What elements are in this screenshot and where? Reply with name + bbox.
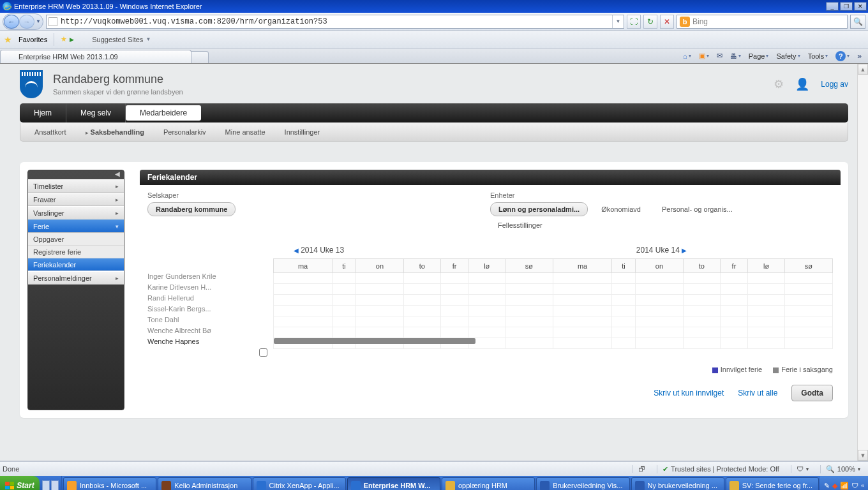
- taskbar-button[interactable]: Citrix XenApp - Appli...: [253, 477, 346, 490]
- company-pill[interactable]: Randaberg kommune: [147, 202, 236, 216]
- week-nav: ◀ 2014 Uke 13 2014 Uke 14 ▶: [147, 246, 833, 255]
- page-menu[interactable]: Page▾: [746, 51, 772, 61]
- vertical-scrollbar[interactable]: ▲ ▼: [857, 64, 868, 461]
- home-button[interactable]: ⌂▾: [680, 51, 694, 61]
- scroll-up-arrow[interactable]: ▲: [858, 64, 868, 75]
- address-bar[interactable]: ▼: [46, 15, 624, 29]
- user-icon[interactable]: 👤: [795, 77, 809, 91]
- protected-mode-icon[interactable]: 🛡: [797, 465, 804, 473]
- subnav-archive[interactable]: Personalarkiv: [163, 128, 206, 136]
- restore-button[interactable]: ❐: [840, 2, 853, 11]
- week-left-label: 2014 Uke 13: [301, 246, 344, 255]
- taskbar-button[interactable]: Enterprise HRM W...: [347, 477, 440, 490]
- side-oppgaver[interactable]: Oppgaver: [28, 233, 124, 246]
- browser-tab-row: Enterprise HRM Web 2013.1.09 ⌂▾ ▣▾ ✉ 🖶▾ …: [0, 48, 868, 64]
- tray-icon[interactable]: 🛡: [851, 482, 858, 489]
- unit-pill-3[interactable]: Personal- og organis...: [654, 203, 740, 216]
- employee-row[interactable]: Wenche Albrecht Bø: [147, 327, 259, 338]
- unit-pill-4[interactable]: Fellesstillinger: [490, 219, 550, 232]
- minimize-button[interactable]: _: [826, 2, 839, 11]
- subnav-settings[interactable]: Innstillinger: [285, 128, 320, 136]
- system-tray[interactable]: ✎ ◆ 📶 🛡 «: [820, 476, 868, 490]
- browser-tab[interactable]: Enterprise HRM Web 2013.1.09: [0, 50, 191, 63]
- favorites-star-icon[interactable]: ★: [4, 34, 12, 45]
- search-button[interactable]: 🔍: [850, 15, 865, 29]
- favorites-label[interactable]: Favorites: [19, 36, 47, 43]
- employee-row[interactable]: Tone Dahl: [147, 316, 259, 327]
- zoom-level[interactable]: 100%: [837, 465, 855, 473]
- page-viewport: ▲ ▼ Randaberg kommune Sammen skaper vi d…: [0, 64, 868, 461]
- new-tab-button[interactable]: [191, 51, 209, 63]
- stop-button[interactable]: ✕: [660, 15, 674, 29]
- refresh-button[interactable]: ↻: [643, 15, 657, 29]
- side-registrere[interactable]: Registrere ferie: [28, 246, 124, 258]
- suggested-sites-link[interactable]: Suggested Sites ▼: [80, 35, 151, 44]
- subnav-card[interactable]: Ansattkort: [34, 128, 66, 136]
- search-input[interactable]: [692, 17, 847, 26]
- employee-checkbox[interactable]: [259, 348, 267, 357]
- employee-row[interactable]: Karine Ditlevsen H...: [147, 283, 259, 294]
- employee-row[interactable]: Inger Gundersen Krile: [147, 272, 259, 283]
- quick-launch-item[interactable]: [51, 480, 59, 490]
- day-header: ma: [553, 259, 611, 273]
- print-approved-link[interactable]: Skriv ut kun innvilget: [654, 389, 724, 397]
- safety-menu[interactable]: Safety▾: [774, 51, 802, 61]
- side-timelister[interactable]: Timelister▸: [28, 179, 124, 193]
- subnav-mine[interactable]: Mine ansatte: [225, 128, 266, 136]
- start-button[interactable]: Start: [0, 476, 40, 490]
- settings-gear-icon[interactable]: ⚙: [774, 77, 784, 91]
- mail-button[interactable]: ✉: [714, 50, 725, 61]
- tray-icon[interactable]: ✎: [824, 482, 830, 490]
- employee-row[interactable]: Sissel-Karin Bergs...: [147, 305, 259, 316]
- feeds-button[interactable]: ▣▾: [696, 50, 712, 61]
- quick-launch-item[interactable]: [42, 480, 50, 490]
- popup-blocker-icon[interactable]: 🗗: [638, 465, 645, 473]
- compat-view-button[interactable]: ⛶: [627, 15, 641, 29]
- vacation-bar-pending[interactable]: [274, 338, 475, 344]
- tools-menu[interactable]: Tools▾: [805, 51, 831, 61]
- tray-expand[interactable]: «: [861, 482, 864, 489]
- more-button[interactable]: »: [855, 50, 864, 62]
- help-button[interactable]: ?▾: [833, 50, 852, 63]
- prev-week[interactable]: ◀: [294, 247, 299, 254]
- taskbar-button[interactable]: Kelio Administrasjon: [158, 477, 251, 490]
- nav-self[interactable]: Meg selv: [66, 103, 126, 122]
- add-favorite-button[interactable]: ★▶: [61, 35, 74, 43]
- unit-pill-2[interactable]: Økonomiavd: [594, 203, 648, 216]
- side-varslinger[interactable]: Varslinger▸: [28, 206, 124, 219]
- zoom-icon[interactable]: 🔍: [826, 465, 835, 473]
- logoff-link[interactable]: Logg av: [821, 80, 848, 89]
- tray-icon[interactable]: 📶: [840, 482, 849, 490]
- sidebar-collapse[interactable]: ◀: [28, 170, 124, 179]
- employee-row[interactable]: Randi Hellerud: [147, 294, 259, 305]
- employee-row[interactable]: Wenche Hapnes: [147, 338, 259, 348]
- back-button[interactable]: ←: [4, 15, 19, 29]
- tray-icon[interactable]: ◆: [832, 482, 837, 490]
- address-dropdown[interactable]: ▼: [612, 15, 624, 28]
- side-feriekalender[interactable]: Feriekalender: [28, 258, 124, 271]
- print-all-link[interactable]: Skriv ut alle: [738, 389, 777, 397]
- next-week[interactable]: ▶: [682, 247, 687, 254]
- subnav-case[interactable]: Saksbehandling: [91, 128, 144, 136]
- scroll-down-arrow[interactable]: ▼: [858, 450, 868, 461]
- nav-history-dropdown[interactable]: ▼: [34, 15, 42, 29]
- side-ferie[interactable]: Ferie▾: [28, 219, 124, 233]
- tab-title: Enterprise HRM Web 2013.1.09: [19, 53, 118, 61]
- nav-home[interactable]: Hjem: [20, 103, 66, 122]
- taskbar-button[interactable]: Innboks - Microsoft ...: [63, 477, 156, 490]
- taskbar-button[interactable]: SV: Sende ferie og fr...: [726, 477, 819, 490]
- print-button[interactable]: 🖶▾: [728, 51, 744, 61]
- taskbar-button[interactable]: opplæring HRM: [442, 477, 535, 490]
- address-input[interactable]: [59, 15, 612, 28]
- nav-employees[interactable]: Medarbeidere: [126, 105, 201, 121]
- side-personalmeldinger[interactable]: Personalmeldinger▸: [28, 271, 124, 285]
- unit-pill-1[interactable]: Lønn og personaladmi...: [490, 202, 588, 216]
- taskbar-button[interactable]: Brukerveiledning Vis...: [536, 477, 629, 490]
- close-button[interactable]: ✕: [854, 2, 867, 11]
- search-bar[interactable]: b: [677, 15, 848, 29]
- side-fravar[interactable]: Fravær▸: [28, 193, 124, 206]
- accept-button[interactable]: Godta: [791, 385, 833, 401]
- taskbar-button[interactable]: Ny brukerveiledning ...: [631, 477, 724, 490]
- browser-statusbar: Done 🗗 ✔Trusted sites | Protected Mode: …: [0, 461, 868, 476]
- forward-button[interactable]: →: [19, 15, 34, 29]
